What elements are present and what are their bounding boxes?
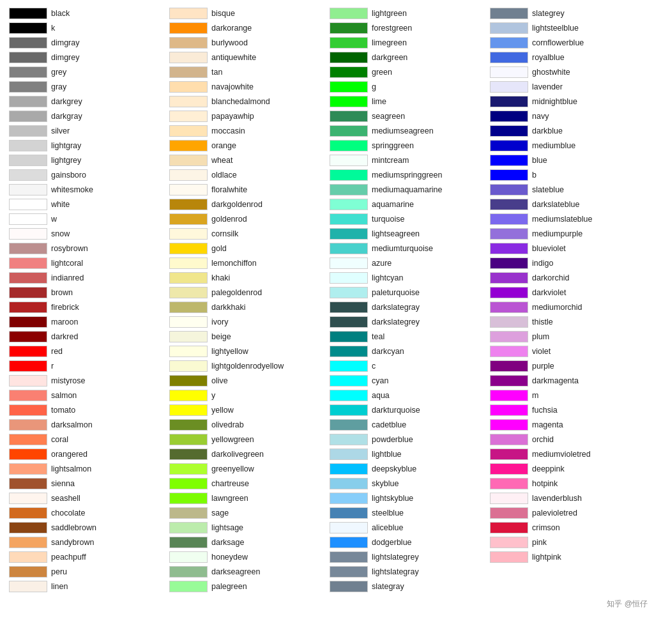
color-item: turquoise: [327, 212, 487, 226]
color-name-label: dodgerblue: [372, 538, 412, 547]
color-swatch: [9, 155, 47, 166]
color-swatch: [490, 199, 528, 210]
color-item: antiquewhite: [167, 50, 327, 65]
color-item: snow: [6, 227, 167, 241]
color-swatch: [9, 346, 47, 357]
color-name-label: darkgreen: [372, 53, 407, 62]
color-swatch: [330, 155, 368, 166]
color-item: lightcyan: [327, 271, 487, 285]
color-item: powderblue: [327, 433, 487, 447]
color-item: palevioletred: [487, 506, 648, 520]
color-swatch: [169, 493, 208, 504]
color-name-label: cadetblue: [372, 420, 406, 429]
color-swatch: [330, 375, 368, 387]
color-swatch: [330, 96, 368, 107]
color-name-label: sage: [211, 509, 229, 518]
color-item: teal: [327, 330, 487, 344]
color-swatch: [490, 37, 528, 49]
color-item: lightseagreen: [327, 227, 487, 241]
color-item: lightgoldenrodyellow: [167, 359, 327, 373]
color-item: fuchsia: [487, 403, 648, 417]
color-name-label: maroon: [51, 318, 78, 326]
color-swatch: [9, 8, 47, 19]
color-item: royalblue: [487, 50, 648, 65]
color-name-label: papayawhip: [211, 112, 254, 121]
color-item: springgreen: [327, 139, 487, 153]
color-swatch: [9, 228, 47, 240]
color-item: olivedrab: [167, 418, 327, 432]
color-item: mediumorchid: [487, 300, 648, 314]
color-swatch: [9, 169, 47, 181]
color-name-label: lightseagreen: [372, 229, 420, 238]
color-name-label: hotpink: [532, 479, 558, 488]
color-name-label: purple: [532, 362, 554, 371]
color-name-label: lightsage: [211, 523, 243, 532]
color-swatch: [330, 463, 368, 475]
color-swatch: [330, 478, 368, 489]
color-swatch: [169, 404, 208, 416]
color-name-label: black: [51, 9, 70, 18]
color-swatch: [169, 213, 208, 225]
color-item: seashell: [6, 491, 167, 505]
color-swatch: [9, 507, 47, 519]
color-swatch: [490, 169, 528, 181]
color-name-label: palegreen: [211, 582, 247, 591]
color-item: lightcoral: [6, 256, 167, 270]
color-item: darkseagreen: [167, 565, 327, 579]
color-item: darkgoldenrod: [167, 197, 327, 211]
color-item: peru: [6, 565, 167, 579]
color-swatch: [9, 243, 47, 254]
color-swatch: [9, 302, 47, 313]
color-name-label: mediumblue: [532, 141, 575, 150]
color-name-label: lightblue: [372, 450, 402, 459]
color-swatch: [490, 419, 528, 431]
color-item: darkorchid: [487, 271, 648, 285]
color-item: darkslategrey: [327, 315, 487, 329]
color-item: steelblue: [327, 506, 487, 520]
color-item: paleturquoise: [327, 286, 487, 300]
color-item: mediumslateblue: [487, 212, 648, 226]
color-name-label: brown: [51, 288, 73, 297]
color-item: mediumblue: [487, 139, 648, 153]
color-item: blanchedalmond: [167, 95, 327, 109]
color-item: lightsalmon: [6, 462, 167, 476]
color-item: floralwhite: [167, 183, 327, 197]
color-swatch: [490, 507, 528, 519]
color-swatch: [490, 125, 528, 137]
color-swatch: [9, 551, 47, 563]
color-name-label: lightsteelblue: [532, 24, 579, 33]
color-swatch: [330, 316, 368, 328]
color-swatch: [9, 331, 47, 342]
color-name-label: orange: [211, 141, 236, 150]
color-swatch: [9, 125, 47, 137]
color-swatch: [169, 8, 208, 19]
color-item: mediumturquoise: [327, 241, 487, 256]
color-name-label: slateblue: [532, 185, 564, 194]
color-name-label: darkkhaki: [211, 303, 246, 312]
color-name-label: whitesmoke: [51, 185, 93, 194]
color-item: aliceblue: [327, 521, 487, 535]
color-name-label: darkslategrey: [372, 318, 420, 326]
color-item: darkorange: [167, 21, 327, 35]
color-swatch: [9, 316, 47, 328]
color-item: forestgreen: [327, 21, 487, 35]
color-swatch: [169, 537, 208, 548]
color-name-label: slategrey: [532, 9, 565, 18]
color-swatch: [330, 302, 368, 313]
color-name-label: skyblue: [372, 479, 399, 488]
color-name-label: linen: [51, 582, 68, 591]
color-swatch: [169, 507, 208, 519]
color-swatch: [490, 331, 528, 342]
color-swatch: [9, 272, 47, 284]
color-name-label: pink: [532, 538, 547, 547]
color-swatch: [490, 22, 528, 34]
color-item: yellowgreen: [167, 433, 327, 447]
color-swatch: [169, 111, 208, 122]
color-swatch: [490, 272, 528, 284]
color-name-label: limegreen: [372, 38, 407, 47]
color-swatch: [490, 287, 528, 298]
color-item: plum: [487, 330, 648, 344]
color-name-label: mediumslateblue: [532, 215, 593, 224]
color-item: mediumspringgreen: [327, 168, 487, 182]
color-swatch: [169, 302, 208, 313]
